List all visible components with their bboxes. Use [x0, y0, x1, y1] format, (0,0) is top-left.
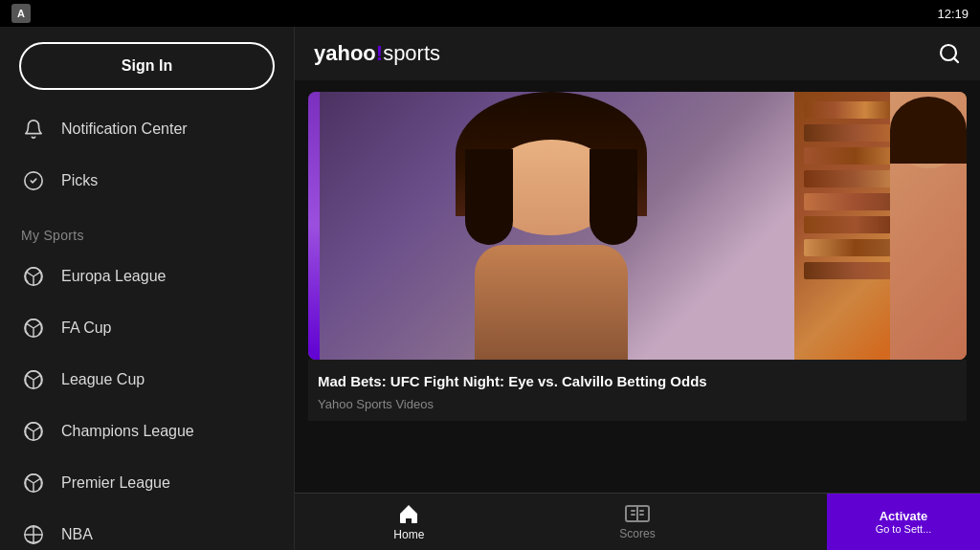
- video-title: Mad Bets: UFC Fight Night: Eye vs. Calvi…: [318, 373, 957, 389]
- sidebar-item-premier-league[interactable]: Premier League: [0, 457, 294, 509]
- yahoo-sports-logo: yahoo!sports: [314, 41, 440, 66]
- sidebar-item-europa-league[interactable]: Europa League: [0, 251, 294, 302]
- main-layout: Sign In Notification Center Picks My Spo…: [0, 27, 980, 550]
- video-thumbnail: [308, 92, 967, 360]
- soccer-icon-premier: [21, 471, 46, 495]
- video-card[interactable]: [308, 92, 967, 360]
- app-icon: A: [11, 4, 31, 23]
- scores-nav-label: Scores: [619, 527, 655, 540]
- soccer-icon-europa: [21, 264, 46, 289]
- league-cup-label: League Cup: [61, 371, 145, 388]
- sidebar-item-league-cup[interactable]: League Cup: [0, 354, 294, 406]
- content-area: yahoo!sports: [295, 27, 980, 550]
- video-overlay-bar: [308, 92, 320, 360]
- champions-league-label: Champions League: [61, 423, 194, 440]
- activate-banner[interactable]: Activate Go to Sett...: [827, 494, 980, 550]
- signin-button[interactable]: Sign In: [19, 42, 275, 90]
- content-header: yahoo!sports: [295, 27, 980, 80]
- video-section: Mad Bets: UFC Fight Night: Eye vs. Calvi…: [295, 80, 980, 493]
- check-circle-icon: [21, 168, 46, 193]
- picks-label: Picks: [61, 172, 98, 189]
- my-sports-section-title: My Sports: [0, 214, 294, 251]
- video-source: Yahoo Sports Videos: [318, 397, 957, 411]
- activate-line1: Activate: [880, 509, 928, 523]
- activate-line2: Go to Sett...: [876, 523, 932, 535]
- video-info: Mad Bets: UFC Fight Night: Eye vs. Calvi…: [308, 360, 967, 421]
- logo-sports: sports: [383, 41, 440, 65]
- sidebar: Sign In Notification Center Picks My Spo…: [0, 27, 295, 550]
- search-button[interactable]: [938, 42, 961, 65]
- premier-league-label: Premier League: [61, 474, 170, 492]
- status-bar-left: A: [11, 4, 31, 23]
- sidebar-item-notification-center[interactable]: Notification Center: [0, 103, 294, 155]
- nba-label: NBA: [61, 526, 93, 543]
- scores-icon: [625, 503, 650, 524]
- sidebar-item-fa-cup[interactable]: FA Cup: [0, 302, 294, 354]
- home-nav-label: Home: [393, 528, 424, 541]
- soccer-icon-facup: [21, 316, 46, 341]
- signin-wrapper: Sign In: [0, 27, 294, 103]
- sidebar-item-nba[interactable]: NBA: [0, 509, 294, 550]
- video-thumb-right: [794, 92, 967, 360]
- soccer-icon-leaguecup: [21, 367, 46, 392]
- logo-yahoo: yahoo: [314, 41, 376, 65]
- home-icon: [397, 502, 420, 525]
- svg-line-9: [954, 58, 958, 62]
- europa-league-label: Europa League: [61, 268, 166, 285]
- nav-item-scores[interactable]: Scores: [523, 495, 752, 548]
- sidebar-item-picks[interactable]: Picks: [0, 155, 294, 207]
- nav-item-home[interactable]: Home: [295, 495, 523, 549]
- video-thumb-left: [308, 92, 794, 360]
- bell-icon: [21, 117, 46, 142]
- fa-cup-label: FA Cup: [61, 319, 111, 337]
- status-bar-time: 12:19: [937, 7, 969, 21]
- status-bar: A 12:19: [0, 0, 980, 27]
- bottom-nav: Home Scores Watch: [295, 493, 980, 550]
- notification-center-label: Notification Center: [61, 121, 188, 138]
- basketball-icon: [21, 522, 46, 547]
- soccer-icon-champions: [21, 419, 46, 444]
- sidebar-item-champions-league[interactable]: Champions League: [0, 406, 294, 457]
